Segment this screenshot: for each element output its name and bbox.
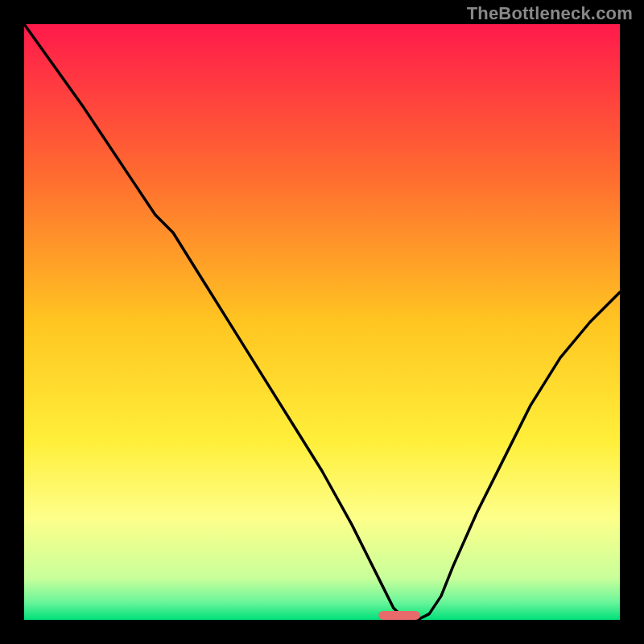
chart-svg <box>0 0 644 644</box>
valley-marker <box>378 611 420 620</box>
watermark-text: TheBottleneck.com <box>467 3 633 24</box>
plot-background <box>24 24 620 620</box>
bottleneck-chart: TheBottleneck.com <box>0 0 644 644</box>
